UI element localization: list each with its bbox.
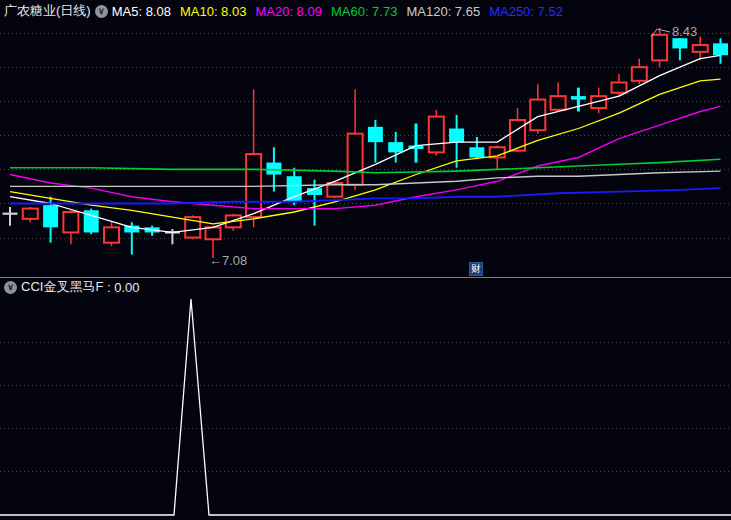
- top-ma-bar: 广农糖业(日线) ∨ MA5: 8.08 MA10: 8.03 MA20: 8.…: [0, 0, 731, 22]
- ma20-value: MA20: 8.09: [255, 4, 322, 19]
- svg-text:8.43: 8.43: [672, 24, 697, 39]
- indicator-name: CCI金叉黑马F: [21, 278, 103, 296]
- chevron-down-icon[interactable]: ∨: [95, 5, 108, 18]
- indicator-separator: :: [103, 280, 114, 295]
- ma60-value: MA60: 7.73: [331, 4, 398, 19]
- watermark-badge: 财: [469, 262, 483, 276]
- ma120-value: MA120: 7.65: [406, 4, 480, 19]
- ma250-value: MA250: 7.52: [489, 4, 563, 19]
- sub-indicator-bar: ∨ CCI金叉黑马F : 0.00: [0, 279, 140, 295]
- svg-text:←7.08: ←7.08: [209, 253, 247, 268]
- stock-title: 广农糖业(日线): [0, 2, 91, 20]
- chevron-down-icon[interactable]: ∨: [4, 281, 17, 294]
- ma5-value: MA5: 8.08: [112, 4, 171, 19]
- ma10-value: MA10: 8.03: [180, 4, 247, 19]
- chart-canvas[interactable]: 8.43←7.08: [0, 0, 731, 520]
- indicator-value: 0.00: [114, 280, 139, 295]
